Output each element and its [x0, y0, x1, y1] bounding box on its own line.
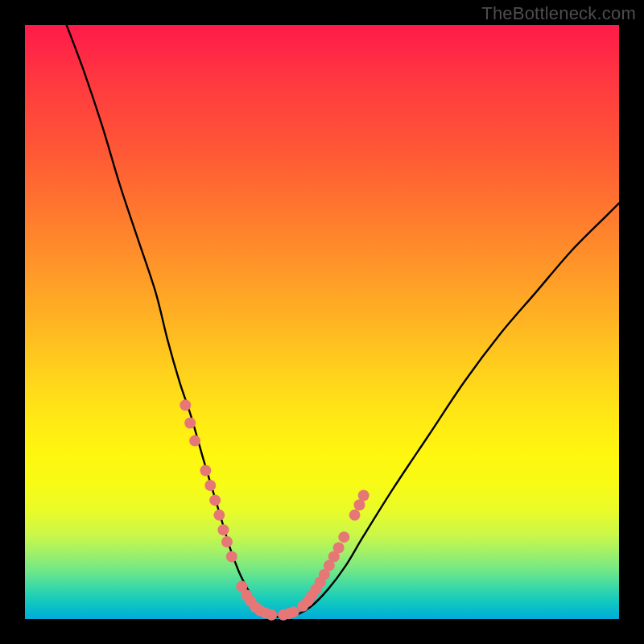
watermark-text: TheBottleneck.com: [481, 3, 636, 24]
plot-area: [25, 25, 619, 619]
curve-marker: [204, 480, 216, 491]
chart-svg: [25, 25, 619, 619]
curve-marker: [189, 436, 200, 447]
curve-marker: [226, 551, 237, 563]
curve-marker: [266, 609, 277, 621]
curve-marker: [213, 510, 225, 521]
curve-marker: [358, 490, 369, 502]
curve-marker: [349, 510, 361, 521]
curve-marker: [200, 465, 211, 477]
curve-marker: [338, 531, 349, 543]
curve-marker: [221, 536, 233, 547]
bottleneck-curve: [67, 25, 619, 617]
curve-marker: [333, 542, 345, 553]
curve-marker: [217, 524, 229, 535]
curve-markers: [180, 399, 369, 621]
curve-marker: [209, 494, 221, 506]
curve-marker: [184, 417, 196, 428]
curve-marker: [288, 606, 299, 617]
curve-marker: [180, 399, 191, 411]
chart-frame: TheBottleneck.com: [0, 0, 644, 644]
